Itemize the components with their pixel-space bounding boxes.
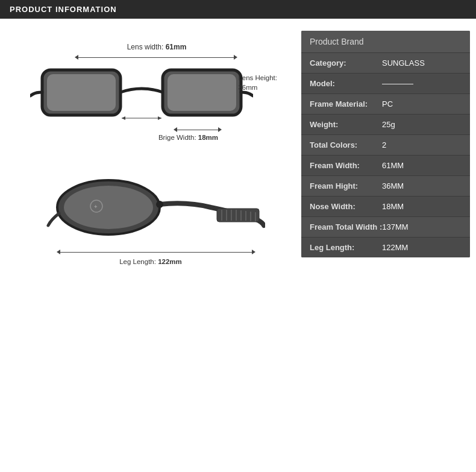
spec-row-weight: Weight: 25g <box>301 114 470 134</box>
spec-key-category: Category: <box>310 58 382 68</box>
spec-row-fream-hight: Fream Hight: 36MM <box>301 175 470 196</box>
spec-key-total-colors: Total Colors: <box>310 140 382 149</box>
svg-marker-5 <box>122 116 125 120</box>
arrow-line <box>78 57 234 58</box>
svg-point-9 <box>156 201 163 208</box>
glasses-front-wrapper: Lens Height: 36mm <box>24 61 277 127</box>
brige-width-label: Brige Width: 18mm <box>158 134 218 141</box>
arrow-line <box>177 130 218 130</box>
leg-length-arrow <box>57 250 255 254</box>
glasses-side-svg: ✦ <box>42 171 265 250</box>
lens-width-arrow <box>75 55 237 60</box>
spec-row-frame-material: Frame Material: PC <box>301 93 470 114</box>
spec-val-total-colors: 2 <box>382 140 386 149</box>
front-diagram: Lens width: 61mm <box>24 43 277 141</box>
svg-marker-6 <box>158 116 161 120</box>
spec-brand-header: Product Brand <box>301 31 470 52</box>
svg-text:✦: ✦ <box>93 204 98 210</box>
arrow-right <box>234 55 237 60</box>
spec-val-nose-width: 18MM <box>382 202 404 211</box>
svg-rect-10 <box>217 209 259 222</box>
spec-val-fream-width: 61MM <box>382 161 404 170</box>
spec-row-fream-width: Fream Width: 61MM <box>301 155 470 175</box>
spec-row-fream-total-width: Fream Total Width : 137MM <box>301 216 470 237</box>
page-header: PRODUCT INFORMATION <box>0 0 476 19</box>
svg-rect-3 <box>168 74 236 111</box>
spec-row-model: Model: ———— <box>301 73 470 93</box>
glasses-front-svg <box>30 61 253 127</box>
spec-key-fream-hight: Fream Hight: <box>310 181 382 190</box>
specs-panel: Product Brand Category: SUNGLASS Model: … <box>301 31 470 257</box>
spec-key-weight: Weight: <box>310 120 382 129</box>
lens-height-measurement: Lens Height: 36mm <box>238 73 277 92</box>
spec-row-leg-length: Leg Length: 122MM <box>301 237 470 257</box>
lens-width-label: Lens width: 61mm <box>127 43 187 51</box>
spec-key-fream-total-width: Fream Total Width : <box>310 222 382 231</box>
spec-key-model: Model: <box>310 79 382 88</box>
spec-key-fream-width: Fream Width: <box>310 161 382 170</box>
spec-val-category: SUNGLASS <box>382 58 425 68</box>
side-diagram: ✦ Leg Length: 122mm <box>24 171 277 265</box>
arrow-right <box>218 127 222 132</box>
spec-key-leg-length: Leg Length: <box>310 243 382 252</box>
spec-val-model: ———— <box>382 79 413 88</box>
arrow-line <box>60 252 252 253</box>
leg-length-label: Leg Length: 122mm <box>39 258 262 265</box>
page-title: PRODUCT INFORMATION <box>10 5 117 14</box>
left-panel: Lens width: 61mm <box>6 25 295 463</box>
spec-key-frame-material: Frame Material: <box>310 99 382 109</box>
spec-val-frame-material: PC <box>382 99 393 109</box>
lens-width-measurement: Lens width: 61mm <box>127 43 187 51</box>
spec-val-weight: 25g <box>382 120 395 129</box>
spec-val-fream-hight: 36MM <box>382 181 404 190</box>
main-content: Lens width: 61mm <box>0 19 476 469</box>
spec-row-total-colors: Total Colors: 2 <box>301 134 470 155</box>
brige-width-arrow <box>174 127 222 132</box>
spec-key-nose-width: Nose Width: <box>310 202 382 211</box>
spec-row-nose-width: Nose Width: 18MM <box>301 196 470 216</box>
spec-val-leg-length: 122MM <box>382 243 408 252</box>
spec-row-category: Category: SUNGLASS <box>301 52 470 73</box>
arrow-right <box>252 250 255 254</box>
spec-val-fream-total-width: 137MM <box>382 222 408 231</box>
svg-rect-1 <box>47 74 116 111</box>
svg-point-8 <box>64 186 153 229</box>
